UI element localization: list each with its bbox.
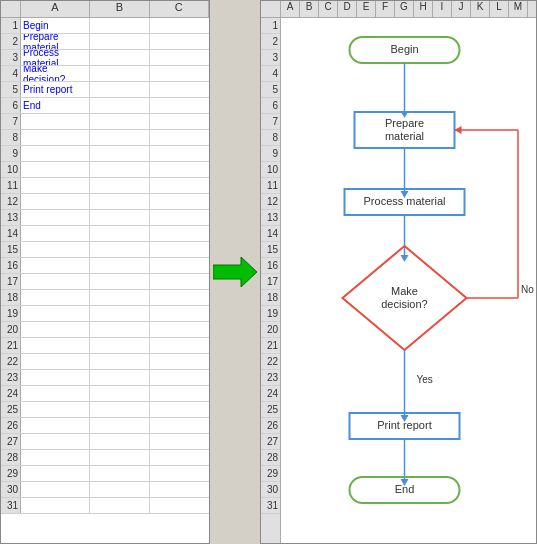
cell-c[interactable] xyxy=(150,210,209,225)
table-row[interactable]: 12 xyxy=(1,194,209,210)
cell-b[interactable] xyxy=(90,338,149,353)
cell-b[interactable] xyxy=(90,466,149,481)
col-header-b[interactable]: B xyxy=(90,1,149,17)
cell-c[interactable] xyxy=(150,242,209,257)
table-row[interactable]: 26 xyxy=(1,418,209,434)
cell-b[interactable] xyxy=(90,322,149,337)
cell-a[interactable] xyxy=(21,258,90,273)
cell-c[interactable] xyxy=(150,178,209,193)
table-row[interactable]: 6End xyxy=(1,98,209,114)
cell-b[interactable] xyxy=(90,66,149,81)
cell-c[interactable] xyxy=(150,450,209,465)
cell-b[interactable] xyxy=(90,498,149,513)
cell-a[interactable] xyxy=(21,290,90,305)
cell-a[interactable]: Print report xyxy=(21,82,90,97)
fc-col-header-d[interactable]: D xyxy=(338,1,357,17)
table-row[interactable]: 27 xyxy=(1,434,209,450)
cell-b[interactable] xyxy=(90,114,149,129)
cell-c[interactable] xyxy=(150,18,209,33)
cell-b[interactable] xyxy=(90,434,149,449)
cell-c[interactable] xyxy=(150,498,209,513)
table-row[interactable]: 8 xyxy=(1,130,209,146)
cell-c[interactable] xyxy=(150,162,209,177)
table-row[interactable]: 16 xyxy=(1,258,209,274)
cell-a[interactable] xyxy=(21,194,90,209)
cell-c[interactable] xyxy=(150,258,209,273)
cell-b[interactable] xyxy=(90,194,149,209)
cell-c[interactable] xyxy=(150,34,209,49)
cell-a[interactable] xyxy=(21,338,90,353)
table-row[interactable]: 7 xyxy=(1,114,209,130)
cell-c[interactable] xyxy=(150,114,209,129)
cell-b[interactable] xyxy=(90,482,149,497)
table-row[interactable]: 30 xyxy=(1,482,209,498)
table-row[interactable]: 18 xyxy=(1,290,209,306)
cell-c[interactable] xyxy=(150,290,209,305)
fc-col-header-a[interactable]: A xyxy=(281,1,300,17)
cell-b[interactable] xyxy=(90,210,149,225)
cell-b[interactable] xyxy=(90,178,149,193)
cell-a[interactable]: Prepare material xyxy=(21,34,90,49)
cell-a[interactable]: Begin xyxy=(21,18,90,33)
table-row[interactable]: 9 xyxy=(1,146,209,162)
table-row[interactable]: 19 xyxy=(1,306,209,322)
table-row[interactable]: 15 xyxy=(1,242,209,258)
table-row[interactable]: 17 xyxy=(1,274,209,290)
cell-b[interactable] xyxy=(90,50,149,65)
cell-a[interactable] xyxy=(21,402,90,417)
table-row[interactable]: 21 xyxy=(1,338,209,354)
cell-c[interactable] xyxy=(150,386,209,401)
cell-a[interactable] xyxy=(21,274,90,289)
cell-a[interactable] xyxy=(21,498,90,513)
cell-b[interactable] xyxy=(90,450,149,465)
cell-c[interactable] xyxy=(150,354,209,369)
col-header-c[interactable]: C xyxy=(150,1,209,17)
fc-col-header-k[interactable]: K xyxy=(471,1,490,17)
cell-a[interactable] xyxy=(21,210,90,225)
fc-col-header-j[interactable]: J xyxy=(452,1,471,17)
table-row[interactable]: 29 xyxy=(1,466,209,482)
cell-a[interactable] xyxy=(21,322,90,337)
cell-b[interactable] xyxy=(90,146,149,161)
cell-a[interactable] xyxy=(21,226,90,241)
table-row[interactable]: 5Print report xyxy=(1,82,209,98)
table-row[interactable]: 4Make decision? xyxy=(1,66,209,82)
table-row[interactable]: 10 xyxy=(1,162,209,178)
cell-a[interactable] xyxy=(21,306,90,321)
cell-a[interactable] xyxy=(21,418,90,433)
cell-c[interactable] xyxy=(150,338,209,353)
fc-col-header-b[interactable]: B xyxy=(300,1,319,17)
cell-a[interactable] xyxy=(21,242,90,257)
cell-b[interactable] xyxy=(90,354,149,369)
fc-col-header-i[interactable]: I xyxy=(433,1,452,17)
table-row[interactable]: 20 xyxy=(1,322,209,338)
cell-a[interactable] xyxy=(21,434,90,449)
table-row[interactable]: 1Begin xyxy=(1,18,209,34)
cell-c[interactable] xyxy=(150,50,209,65)
cell-c[interactable] xyxy=(150,194,209,209)
cell-b[interactable] xyxy=(90,290,149,305)
cell-a[interactable] xyxy=(21,386,90,401)
cell-b[interactable] xyxy=(90,130,149,145)
cell-b[interactable] xyxy=(90,402,149,417)
cell-c[interactable] xyxy=(150,482,209,497)
cell-b[interactable] xyxy=(90,386,149,401)
cell-c[interactable] xyxy=(150,322,209,337)
fc-col-header-e[interactable]: E xyxy=(357,1,376,17)
table-row[interactable]: 3Process material xyxy=(1,50,209,66)
cell-c[interactable] xyxy=(150,82,209,97)
cell-b[interactable] xyxy=(90,34,149,49)
cell-c[interactable] xyxy=(150,466,209,481)
table-row[interactable]: 2Prepare material xyxy=(1,34,209,50)
table-row[interactable]: 11 xyxy=(1,178,209,194)
cell-a[interactable] xyxy=(21,482,90,497)
table-row[interactable]: 25 xyxy=(1,402,209,418)
cell-a[interactable] xyxy=(21,162,90,177)
cell-c[interactable] xyxy=(150,130,209,145)
cell-a[interactable]: Make decision? xyxy=(21,66,90,81)
cell-b[interactable] xyxy=(90,98,149,113)
cell-b[interactable] xyxy=(90,18,149,33)
table-row[interactable]: 22 xyxy=(1,354,209,370)
cell-b[interactable] xyxy=(90,82,149,97)
cell-a[interactable] xyxy=(21,450,90,465)
